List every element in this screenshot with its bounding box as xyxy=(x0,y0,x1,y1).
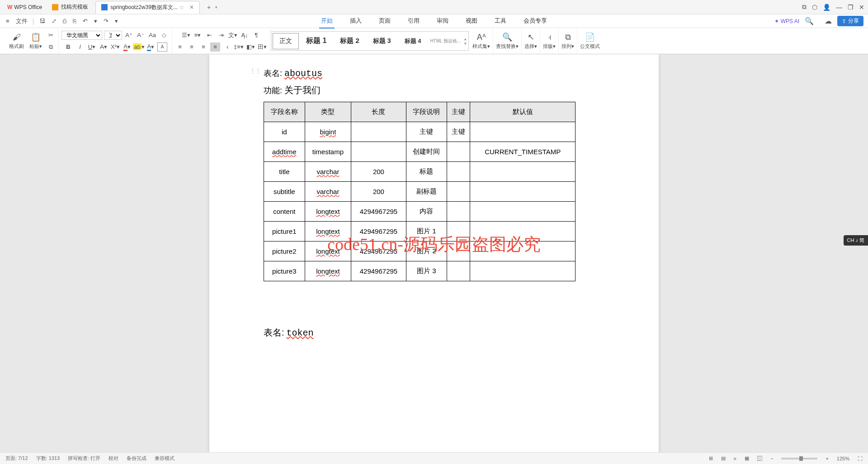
share-button[interactable]: ⇪ 分享 xyxy=(837,16,863,26)
table-row[interactable]: picture3 longtext 4294967295 图片 3 xyxy=(264,261,576,281)
align-center-icon[interactable]: ≡ xyxy=(187,43,197,52)
status-spell[interactable]: 拼写检查: 打开 xyxy=(68,455,100,462)
format-painter-button[interactable]: 🖌 格式刷 xyxy=(7,33,26,50)
style-normal[interactable]: 正文 xyxy=(273,33,299,49)
tab-template[interactable]: 找稿壳模板 xyxy=(47,1,94,14)
style-scroll-up-icon[interactable]: ▴ xyxy=(464,37,467,41)
style-heading1[interactable]: 标题 1 xyxy=(300,33,333,49)
menu-tools[interactable]: 工具 xyxy=(493,14,508,28)
table-row[interactable]: title varchar 200 标题 xyxy=(264,162,576,182)
maximize-icon[interactable]: ❐ xyxy=(848,4,854,11)
function-line[interactable]: 功能: 关于我们 xyxy=(264,84,632,96)
style-heading3[interactable]: 标题 3 xyxy=(367,33,397,49)
distribute-icon[interactable]: ⫞ xyxy=(222,43,232,52)
tab-menu-chevron-icon[interactable]: ▾ xyxy=(213,5,219,9)
window-copy-icon[interactable]: ⧉ xyxy=(802,3,807,11)
status-page[interactable]: 页面: 7/12 xyxy=(5,455,28,462)
paste-button[interactable]: 📋 粘贴▾ xyxy=(28,32,44,50)
status-backup[interactable]: 备份完成 xyxy=(127,455,146,462)
tab-pin-icon[interactable]: □ xyxy=(180,5,183,10)
document-page[interactable]: ⋮⋮ 表名: aboutus 功能: 关于我们 字段名称 类型 长度 字段说明 … xyxy=(209,54,659,461)
view-mode-4-icon[interactable]: ▦ xyxy=(745,455,749,461)
text-direction-icon[interactable]: 文▾ xyxy=(228,31,238,40)
style-heading2[interactable]: 标题 2 xyxy=(334,33,366,49)
document-area[interactable]: ⋮⋮ 表名: aboutus 功能: 关于我们 字段名称 类型 长度 字段说明 … xyxy=(0,54,868,461)
superscript-icon[interactable]: X²▾ xyxy=(110,43,120,52)
align-right-icon[interactable]: ≡ xyxy=(198,43,208,52)
status-proof[interactable]: 校对 xyxy=(108,455,118,462)
menu-home[interactable]: 开始 xyxy=(319,14,335,28)
table-row[interactable]: picture2 longtext 4294967295 图片 2 xyxy=(264,241,576,261)
print-icon[interactable]: ⎙ xyxy=(61,18,68,24)
hamburger-icon[interactable]: ≡ xyxy=(5,18,11,24)
table-row[interactable]: addtime timestamp 创建时间 CURRENT_TIMESTAMP xyxy=(264,142,576,162)
undo-icon[interactable]: ↶ xyxy=(81,18,89,24)
zoom-out-icon[interactable]: − xyxy=(770,456,773,461)
window-cube-icon[interactable]: ⬡ xyxy=(812,4,817,11)
new-tab-button[interactable]: + xyxy=(204,4,213,11)
menu-view[interactable]: 视图 xyxy=(464,14,479,28)
style-heading4[interactable]: 标题 4 xyxy=(398,33,428,49)
menu-review[interactable]: 审阅 xyxy=(435,14,450,28)
select-button[interactable]: ↖ 选择▾ xyxy=(522,29,540,53)
font-name-select[interactable]: 华文细黑 xyxy=(61,31,102,40)
shading-icon[interactable]: A▾ xyxy=(146,43,156,52)
search-icon[interactable]: 🔍 xyxy=(805,17,814,25)
layout-v-button[interactable]: ⫞ 排版▾ xyxy=(540,29,559,53)
bold-icon[interactable]: B xyxy=(63,43,73,52)
menu-references[interactable]: 引用 xyxy=(406,14,421,28)
gov-mode-button[interactable]: 📄 公文模式 xyxy=(577,29,603,53)
tab-document[interactable]: springbootz2w39数据库文... □ ✕ xyxy=(95,1,200,14)
style-scroll-down-icon[interactable]: ▾ xyxy=(464,41,467,46)
ime-badge[interactable]: CH ♪ 简 xyxy=(844,235,868,246)
style-sets-button[interactable]: Aᴬ 样式集▾ xyxy=(470,29,493,53)
table-row[interactable]: subtitle varchar 200 副标题 xyxy=(264,182,576,202)
table-row[interactable]: picture1 longtext 4294967295 图片 1 xyxy=(264,222,576,241)
highlight-icon[interactable]: ab▾ xyxy=(134,43,144,52)
zoom-in-icon[interactable]: + xyxy=(826,456,828,461)
status-words[interactable]: 字数: 1313 xyxy=(36,455,60,462)
schema-table[interactable]: 字段名称 类型 长度 字段说明 主键 默认值 id bigint 主键 主键 a… xyxy=(264,102,576,281)
export-icon[interactable]: ⤢ xyxy=(50,18,58,24)
preview-icon[interactable]: ⎘ xyxy=(71,18,78,24)
menu-insert[interactable]: 插入 xyxy=(348,14,363,28)
decrease-font-icon[interactable]: A⁻ xyxy=(136,31,146,40)
view-mode-2-icon[interactable]: ▤ xyxy=(721,455,726,461)
line-spacing-icon[interactable]: ‡≡▾ xyxy=(234,43,244,52)
increase-font-icon[interactable]: A⁺ xyxy=(124,31,134,40)
undo-dropdown-icon[interactable]: ▾ xyxy=(93,18,99,24)
sort-icon[interactable]: Ą↓ xyxy=(240,31,250,40)
file-menu[interactable]: 文件 xyxy=(14,17,29,25)
fullscreen-icon[interactable]: ⛶ xyxy=(858,456,863,461)
table-name-line[interactable]: 表名: aboutus xyxy=(264,68,632,79)
close-window-icon[interactable]: ✕ xyxy=(859,4,864,11)
underline-icon[interactable]: U▾ xyxy=(87,43,97,52)
align-left-icon[interactable]: ≡ xyxy=(175,43,185,52)
view-mode-3-icon[interactable]: ≡ xyxy=(734,456,736,461)
zoom-value[interactable]: 125% xyxy=(837,456,849,461)
table-row[interactable]: content longtext 4294967295 内容 xyxy=(264,202,576,222)
font-color-icon[interactable]: A▾ xyxy=(122,43,132,52)
change-case-icon[interactable]: Aa xyxy=(147,31,157,40)
save-icon[interactable]: 🖫 xyxy=(38,18,47,24)
close-icon[interactable]: ✕ xyxy=(189,4,194,10)
next-table-line[interactable]: 表名: token xyxy=(264,327,632,339)
view-mode-1-icon[interactable]: ⊞ xyxy=(709,455,713,461)
drag-handle-icon[interactable]: ⋮⋮ xyxy=(250,68,261,74)
show-marks-icon[interactable]: ¶ xyxy=(251,31,261,40)
menu-member[interactable]: 会员专享 xyxy=(522,14,549,28)
style-html-preset[interactable]: HTML 预设格... xyxy=(428,34,462,48)
zoom-slider[interactable] xyxy=(781,458,817,459)
cloud-sync-icon[interactable]: ☁ xyxy=(825,17,832,25)
status-mode[interactable]: 兼容模式 xyxy=(155,455,175,462)
qat-dropdown-icon[interactable]: ▾ xyxy=(113,18,119,24)
copy-icon[interactable]: ⧉ xyxy=(46,43,56,52)
border-icon[interactable]: 田▾ xyxy=(257,43,267,52)
minimize-icon[interactable]: — xyxy=(836,4,842,11)
font-size-select[interactable]: 五号 xyxy=(104,31,122,40)
redo-icon[interactable]: ↷ xyxy=(102,18,110,24)
increase-indent-icon[interactable]: ⇥ xyxy=(216,31,226,40)
italic-icon[interactable]: I xyxy=(75,43,85,52)
table-row[interactable]: id bigint 主键 主键 xyxy=(264,122,576,142)
number-list-icon[interactable]: ≡▾ xyxy=(193,31,203,40)
